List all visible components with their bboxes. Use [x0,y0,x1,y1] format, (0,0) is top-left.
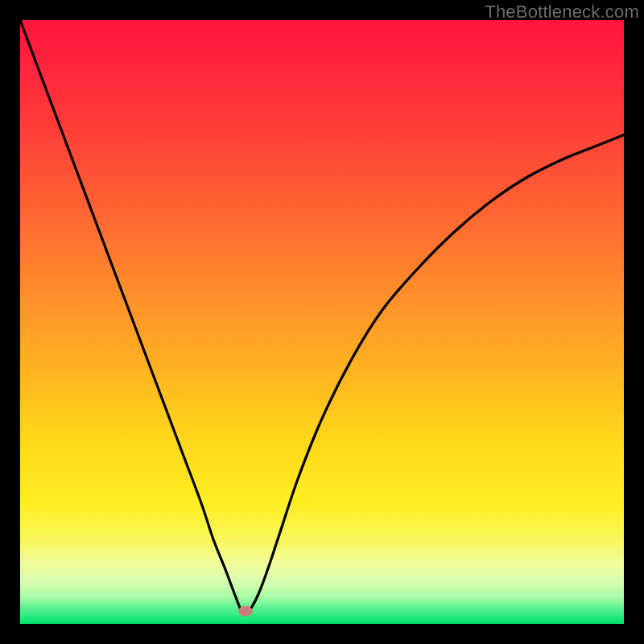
outer-frame: TheBottleneck.com [0,0,644,644]
watermark-text: TheBottleneck.com [485,2,639,23]
plot-area [20,20,624,624]
optimal-point-marker [238,606,253,617]
bottleneck-curve [20,20,624,624]
